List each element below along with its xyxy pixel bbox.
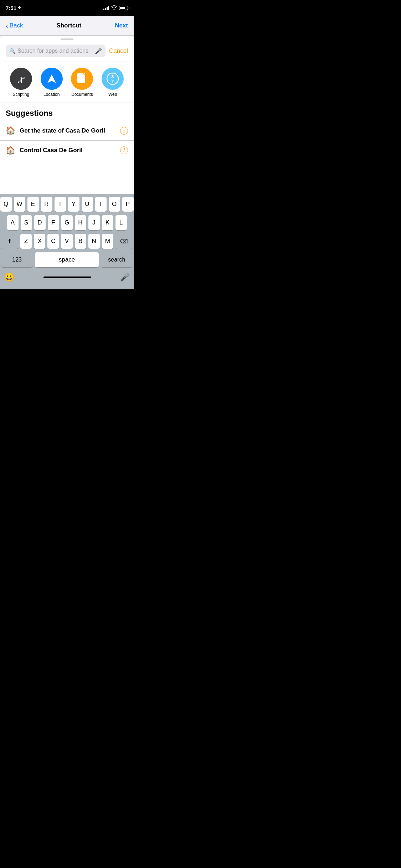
key-o[interactable]: O (109, 197, 120, 212)
sheet: 🔍 🎤 Cancel 𝒙 Scripting Loc (0, 36, 134, 289)
key-d[interactable]: D (34, 215, 46, 230)
categories-grid: 𝒙 Scripting Location (6, 68, 128, 97)
scripting-icon: 𝒙 (10, 68, 32, 90)
key-s[interactable]: S (21, 215, 32, 230)
search-key[interactable]: search (101, 252, 133, 267)
info-button-1[interactable]: i (120, 127, 128, 135)
next-button[interactable]: Next (115, 22, 128, 29)
key-n[interactable]: N (88, 234, 100, 249)
key-i[interactable]: I (95, 197, 107, 212)
suggestion-text-2: Control Casa De Goril (20, 147, 116, 154)
suggestion-item-2[interactable]: 🏠 Control Casa De Goril i (0, 140, 134, 160)
numbers-key[interactable]: 123 (1, 252, 33, 267)
web-icon (102, 68, 124, 90)
scripting-label: Scripting (13, 92, 30, 97)
status-icons (103, 5, 128, 11)
location-icon (41, 68, 63, 90)
info-button-2[interactable]: i (120, 146, 128, 154)
keyboard-row-3: ⬆ Z X C V B N M ⌫ (1, 234, 133, 249)
suggestions-title: Suggestions (6, 109, 53, 118)
key-b[interactable]: B (75, 234, 86, 249)
documents-label: Documents (71, 92, 93, 97)
drag-handle (61, 38, 73, 40)
page-title: Shortcut (56, 22, 81, 29)
nav-bar: ‹ Back Shortcut Next (0, 16, 134, 36)
mic-icon[interactable]: 🎤 (95, 48, 102, 55)
key-z[interactable]: Z (20, 234, 32, 249)
search-icon: 🔍 (9, 48, 15, 54)
categories-section: 𝒙 Scripting Location (0, 62, 134, 103)
key-c[interactable]: C (47, 234, 59, 249)
keyboard-row-2: A S D F G H J K L (1, 215, 133, 230)
svg-marker-0 (47, 74, 56, 83)
location-label: Location (43, 92, 60, 97)
key-a[interactable]: A (7, 215, 19, 230)
key-y[interactable]: Y (68, 197, 79, 212)
dictation-key[interactable]: 🎤 (120, 273, 130, 282)
back-label: Back (10, 22, 23, 29)
wifi-icon (111, 5, 117, 11)
key-j[interactable]: J (88, 215, 100, 230)
key-q[interactable]: Q (0, 197, 12, 212)
key-e[interactable]: E (27, 197, 39, 212)
category-scripting[interactable]: 𝒙 Scripting (10, 68, 32, 97)
back-button[interactable]: ‹ Back (6, 22, 23, 29)
drag-handle-area (0, 36, 134, 42)
svg-marker-4 (111, 74, 114, 78)
space-key[interactable]: space (35, 252, 99, 267)
home-icon-1: 🏠 (6, 126, 15, 135)
search-bar[interactable]: 🔍 🎤 (6, 45, 106, 57)
category-documents[interactable]: Documents (71, 68, 93, 97)
svg-marker-5 (111, 79, 114, 83)
home-indicator (43, 277, 91, 278)
battery-icon (119, 6, 128, 10)
key-u[interactable]: U (82, 197, 93, 212)
chevron-left-icon: ‹ (6, 22, 8, 29)
search-input[interactable] (17, 48, 93, 54)
suggestion-text-1: Get the state of Casa De Goril (20, 127, 116, 134)
key-m[interactable]: M (102, 234, 113, 249)
keyboard-row-1: Q W E R T Y U I O P (1, 197, 133, 212)
cancel-button[interactable]: Cancel (109, 47, 128, 55)
status-bar: 7:51 ✈ (0, 0, 134, 16)
key-l[interactable]: L (115, 215, 127, 230)
keyboard-bottom: 😀 🎤 (1, 271, 133, 288)
suggestion-item-1[interactable]: 🏠 Get the state of Casa De Goril i (0, 121, 134, 140)
keyboard: Q W E R T Y U I O P A S D F G H J K L ⬆ … (0, 194, 134, 289)
key-g[interactable]: G (61, 215, 73, 230)
emoji-key[interactable]: 😀 (4, 272, 15, 282)
search-container: 🔍 🎤 Cancel (0, 42, 134, 62)
key-v[interactable]: V (61, 234, 72, 249)
suggestions-header: Suggestions (0, 103, 134, 121)
key-f[interactable]: F (48, 215, 59, 230)
key-x[interactable]: X (34, 234, 45, 249)
home-icon-2: 🏠 (6, 146, 15, 155)
web-label: Web (108, 92, 117, 97)
category-location[interactable]: Location (41, 68, 63, 97)
status-time: 7:51 ✈ (6, 5, 21, 11)
key-t[interactable]: T (55, 197, 66, 212)
documents-icon (71, 68, 93, 90)
key-w[interactable]: W (14, 197, 25, 212)
signal-icon (103, 6, 109, 10)
key-k[interactable]: K (102, 215, 113, 230)
key-p[interactable]: P (122, 197, 134, 212)
keyboard-row-bottom: 123 space search (1, 252, 133, 267)
key-r[interactable]: R (41, 197, 52, 212)
suggestions-section: Suggestions 🏠 Get the state of Casa De G… (0, 103, 134, 194)
category-web[interactable]: Web (102, 68, 124, 97)
key-h[interactable]: H (75, 215, 86, 230)
backspace-key[interactable]: ⌫ (115, 234, 133, 249)
shift-key[interactable]: ⬆ (1, 234, 18, 249)
